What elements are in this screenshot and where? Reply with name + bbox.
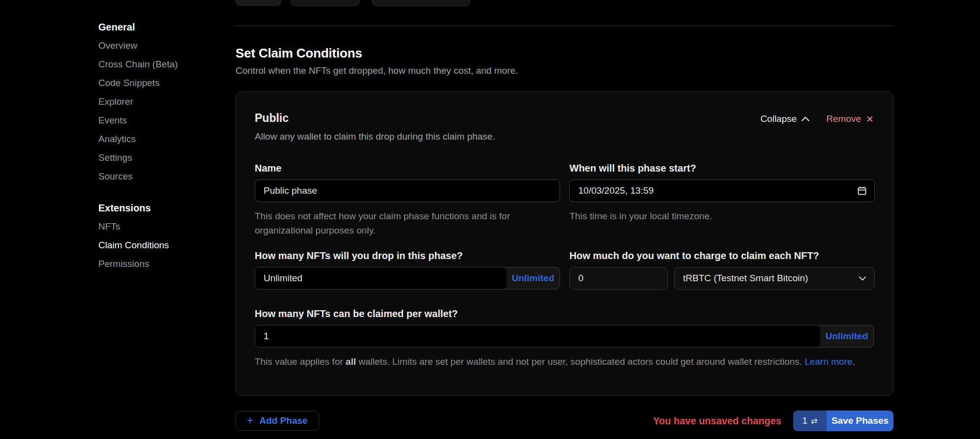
name-helper: This does not affect how your claim phas… [255, 209, 560, 237]
per-wallet-label: How many NFTs can be claimed per wallet? [255, 308, 874, 320]
chevron-down-icon [859, 276, 866, 281]
supply-input-group: Unlimited [255, 267, 560, 290]
sidebar-spacer [98, 186, 236, 199]
price-amount-input[interactable] [569, 267, 668, 290]
sidebar-item-code-snippets[interactable]: Code Snippets [98, 74, 236, 92]
phase-description: Allow any wallet to claim this drop duri… [255, 131, 495, 142]
contract-address-label: 0xeDee...756e9 [301, 0, 360, 1]
sidebar-item-cross-chain[interactable]: Cross Chain (Beta) [98, 55, 236, 74]
sidebar-item-permissions[interactable]: Permissions [98, 255, 236, 273]
sidebar-section-general: General [98, 18, 236, 36]
queue-count: 1 [802, 415, 808, 426]
supply-unlimited-toggle[interactable]: Unlimited [506, 267, 560, 289]
per-wallet-input-group: Unlimited [255, 325, 874, 348]
supply-label: How many NFTs will you drop in this phas… [255, 250, 560, 262]
main-content: ❐0xeDee...756e9 Rootstock Blockscout⧉ Se… [236, 0, 893, 439]
start-label: When will this phase start? [569, 163, 875, 174]
phase-start-input[interactable] [569, 179, 875, 202]
sidebar-item-claim-conditions[interactable]: Claim Conditions [98, 236, 236, 255]
block-explorer-button[interactable]: Rootstock Blockscout⧉ [372, 0, 470, 6]
learn-more-link[interactable]: Learn more [804, 356, 852, 367]
footer-bar: + Add Phase You have unsaved changes 1 ⇄… [236, 410, 893, 431]
chevron-up-icon [802, 117, 809, 121]
external-link-icon: ⧉ [460, 0, 466, 1]
helper-bold-all: all [346, 356, 356, 367]
calendar-icon[interactable] [858, 186, 866, 195]
per-wallet-input[interactable] [255, 325, 820, 347]
swap-arrows-icon: ⇄ [811, 416, 817, 426]
sidebar-item-sources[interactable]: Sources [98, 167, 236, 186]
name-label: Name [255, 163, 560, 174]
sidebar-item-analytics[interactable]: Analytics [98, 130, 236, 148]
sidebar: General Overview Cross Chain (Beta) Code… [0, 0, 236, 439]
close-icon: ✕ [866, 115, 874, 124]
sidebar-item-explorer[interactable]: Explorer [98, 92, 236, 111]
sidebar-item-overview[interactable]: Overview [98, 36, 236, 55]
phase-name-input[interactable] [255, 179, 560, 202]
unsaved-changes-text: You have unsaved changes [653, 415, 781, 427]
sidebar-section-extensions: Extensions [98, 199, 236, 217]
phase-title: Public [255, 112, 495, 125]
claim-phase-card: Public Allow any wallet to claim this dr… [236, 91, 893, 396]
per-wallet-helper: This value applies for all wallets. Limi… [255, 354, 874, 369]
sidebar-item-events[interactable]: Events [98, 111, 236, 130]
contract-address-button[interactable]: ❐0xeDee...756e9 [291, 0, 359, 6]
copy-icon: ❐ [290, 0, 297, 2]
supply-input[interactable] [255, 267, 506, 289]
remove-button[interactable]: Remove ✕ [826, 114, 874, 124]
currency-select[interactable]: tRBTC (Testnet Smart Bitcoin) [674, 267, 875, 290]
plus-icon: + [247, 415, 253, 426]
page: General Overview Cross Chain (Beta) Code… [0, 0, 980, 439]
remove-label: Remove [826, 114, 861, 124]
top-strip: ❐0xeDee...756e9 Rootstock Blockscout⧉ [236, 0, 893, 26]
save-button-group: 1 ⇄ Save Phases [793, 410, 893, 431]
save-phases-button[interactable]: Save Phases [827, 410, 893, 431]
claim-tab-button[interactable] [236, 0, 281, 6]
add-phase-button[interactable]: + Add Phase [236, 411, 319, 431]
explorer-label: Rootstock Blockscout [376, 0, 456, 1]
sidebar-item-settings[interactable]: Settings [98, 148, 236, 167]
sidebar-item-nfts[interactable]: NFTs [98, 217, 236, 236]
pending-changes-count-button[interactable]: 1 ⇄ [793, 410, 827, 431]
add-phase-label: Add Phase [259, 415, 307, 426]
price-label: How much do you want to charge to claim … [569, 250, 875, 262]
per-wallet-unlimited-toggle[interactable]: Unlimited [820, 325, 873, 347]
page-subtitle: Control when the NFTs get dropped, how m… [236, 65, 893, 76]
currency-selected-value: tRBTC (Testnet Smart Bitcoin) [683, 273, 808, 284]
page-title: Set Claim Conditions [236, 46, 893, 61]
collapse-label: Collapse [760, 114, 797, 124]
start-helper: This time is in your local timezone. [569, 209, 875, 223]
collapse-button[interactable]: Collapse [760, 114, 809, 124]
